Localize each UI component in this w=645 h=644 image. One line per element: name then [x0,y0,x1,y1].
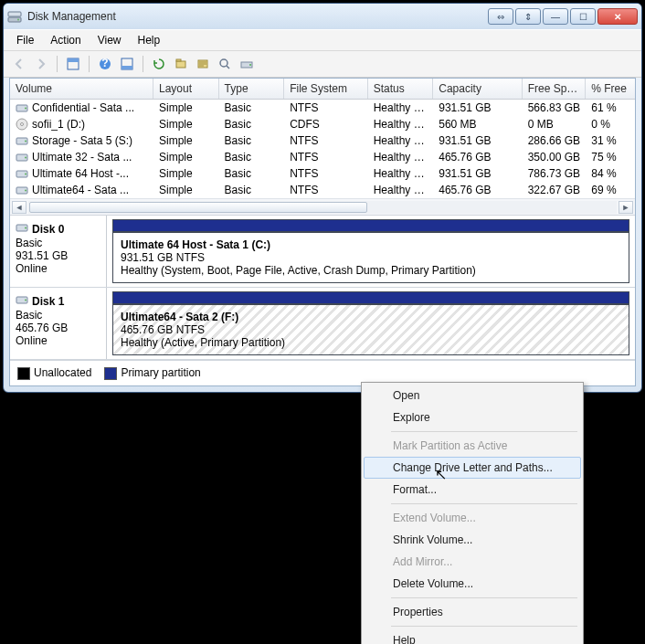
volume-type: Basic [219,133,285,148]
context-item[interactable]: Explore [364,406,581,428]
volume-row[interactable]: Storage - Sata 5 (S:)SimpleBasicNTFSHeal… [10,132,635,149]
scroll-track[interactable] [28,201,617,214]
volume-row[interactable]: Ultimate64 - Sata ...SimpleBasicNTFSHeal… [10,182,635,198]
volume-row[interactable]: Ultimate 32 - Sata ...SimpleBasicNTFSHea… [10,149,635,165]
volume-capacity: 931.51 GB [433,166,522,181]
expand-v-button[interactable]: ⇕ [515,8,541,25]
disk-info[interactable]: Disk 1Basic465.76 GBOnline [10,288,107,359]
volume-name: Ultimate 32 - Sata ... [32,151,132,164]
volume-fs: NTFS [284,183,367,197]
menu-action[interactable]: Action [43,32,88,48]
disk-body: Ultimate64 - Sata 2 (F:)465.76 GB NTFSHe… [107,288,635,359]
context-item[interactable]: Delete Volume... [364,573,581,595]
forward-button [31,54,51,74]
svg-point-22 [25,157,26,159]
menu-file[interactable]: File [9,32,41,48]
svg-text:?: ? [101,58,108,69]
col-filesystem[interactable]: File System [284,79,367,99]
disk-size: 931.51 GB [16,249,100,262]
disk-icon [16,293,28,309]
rescan-button[interactable] [171,54,191,74]
maximize-button[interactable]: ☐ [570,8,596,25]
disk-type: Basic [16,309,100,322]
volume-free: 322.67 GB [523,183,587,197]
volume-layout: Simple [153,166,219,181]
refresh-button[interactable] [149,54,169,74]
col-free[interactable]: Free Spa... [523,79,587,99]
partition-bar [112,291,629,304]
context-item[interactable]: Format... [364,479,581,501]
col-capacity[interactable]: Capacity [433,79,522,99]
drive-icon [16,151,28,164]
app-icon [7,9,22,24]
disk-info[interactable]: Disk 0Basic931.51 GBOnline [10,216,107,287]
context-item[interactable]: Properties [364,601,581,623]
view-top-button[interactable] [63,54,83,74]
help-button[interactable]: ? [95,54,115,74]
scroll-thumb[interactable] [29,202,367,213]
disk-status: Online [16,334,100,347]
disk-icon [16,221,28,237]
expand-h-button[interactable]: ⇔ [488,8,513,25]
svg-rect-10 [176,59,181,61]
volume-row[interactable]: Ultimate 64 Host -...SimpleBasicNTFSHeal… [10,165,635,182]
volume-type: Basic [219,183,285,197]
partition-box[interactable]: Ultimate64 - Sata 2 (F:)465.76 GB NTFSHe… [112,304,629,355]
svg-rect-8 [122,66,132,69]
properties-button[interactable] [193,54,213,74]
col-status[interactable]: Status [368,79,434,99]
context-item[interactable]: Change Drive Letter and Paths... [364,457,581,479]
settings-button[interactable] [237,54,257,74]
disk-type: Basic [16,237,100,249]
hscrollbar[interactable]: ◄ ► [10,198,635,215]
svg-point-16 [25,108,26,110]
volume-pctfree: 0 % [586,117,635,132]
scroll-left-button[interactable]: ◄ [12,201,26,214]
volume-fs: NTFS [284,133,367,148]
drive-icon [16,134,28,147]
volume-name: sofii_1 (D:) [32,118,85,131]
disk-status: Online [16,262,100,275]
context-menu[interactable]: OpenExploreMark Partition as ActiveChang… [361,382,584,644]
context-item: Mark Partition as Active [364,435,581,457]
legend-primary: Primary partition [104,366,200,380]
col-layout[interactable]: Layout [153,79,219,99]
volume-pctfree: 61 % [586,100,635,115]
svg-rect-9 [176,61,185,68]
volume-status: Healthy (A... [368,100,434,115]
volume-capacity: 931.51 GB [433,100,522,115]
menu-help[interactable]: Help [131,32,168,48]
disk-size: 465.76 GB [16,322,100,334]
volume-row[interactable]: Confidential - Sata ...SimpleBasicNTFSHe… [10,100,635,116]
svg-point-2 [17,19,19,21]
volume-layout: Simple [153,100,219,115]
volume-row[interactable]: sofii_1 (D:)SimpleBasicCDFSHealthy (P...… [10,116,635,132]
volume-free: 286.66 GB [523,133,587,148]
close-button[interactable]: ✕ [597,8,638,25]
context-item[interactable]: Open [364,385,581,406]
volume-capacity: 465.76 GB [433,150,522,164]
volume-free: 350.00 GB [523,150,587,164]
col-pctfree[interactable]: % Free [586,79,635,99]
view-bottom-button[interactable] [117,54,137,74]
menu-view[interactable]: View [90,32,129,48]
partition-health: Healthy (System, Boot, Page File, Active… [121,264,621,277]
context-item[interactable]: Shrink Volume... [364,529,581,551]
context-item[interactable]: Help [364,629,581,644]
partition-box[interactable]: Ultimate 64 Host - Sata 1 (C:)931.51 GB … [112,232,629,283]
col-volume[interactable]: Volume [10,79,153,99]
partition-title: Ultimate64 - Sata 2 (F:) [121,311,621,323]
volume-list[interactable]: Confidential - Sata ...SimpleBasicNTFSHe… [10,100,635,198]
volume-list-header: Volume Layout Type File System Status Ca… [10,79,635,100]
partition-sub: 931.51 GB NTFS [121,251,621,264]
svg-point-24 [25,174,26,175]
minimize-button[interactable]: — [543,8,568,25]
volume-fs: NTFS [284,166,367,181]
col-type[interactable]: Type [219,79,285,99]
svg-point-30 [25,300,26,301]
titlebar[interactable]: Disk Management ⇔ ⇕ — ☐ ✕ [4,4,641,29]
volume-pctfree: 69 % [586,183,635,197]
disk-graphics: Disk 0Basic931.51 GBOnlineUltimate 64 Ho… [10,215,635,360]
action-button[interactable] [215,54,235,74]
scroll-right-button[interactable]: ► [619,201,633,214]
